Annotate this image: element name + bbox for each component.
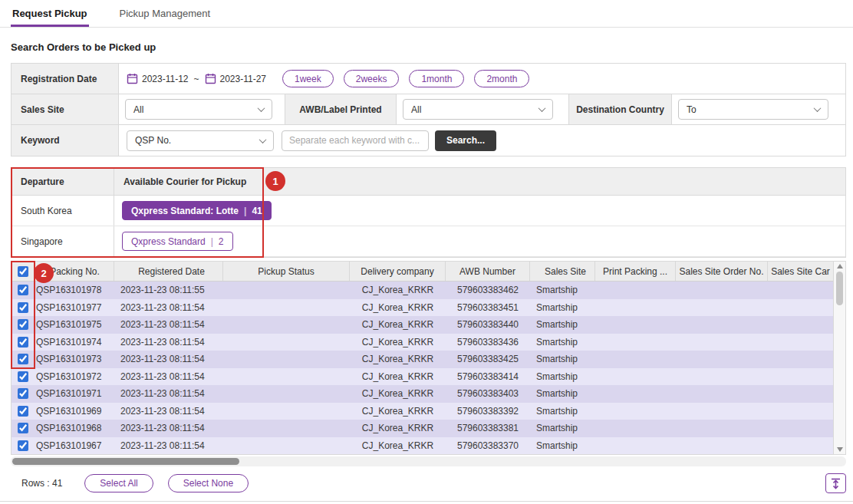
- select-all-button[interactable]: Select All: [84, 474, 153, 492]
- row-checkbox-cell: [12, 354, 35, 364]
- date-from-field[interactable]: 2023-11-12: [127, 73, 189, 84]
- courier-button-qxpress-standard-lotte[interactable]: Qxpress Standard: Lotte | 41: [122, 201, 272, 220]
- quick-range-2weeks-button[interactable]: 2weeks: [344, 70, 400, 87]
- cell-sales-site: Smartship: [530, 423, 595, 433]
- row-checkbox[interactable]: [18, 371, 28, 382]
- available-courier-header: Available Courier for Pickup: [114, 168, 246, 195]
- select-all-header-cell: [12, 262, 35, 281]
- cell-awb-number: 579603383370: [446, 440, 530, 451]
- tab-pickup-management[interactable]: Pickup Management: [118, 1, 212, 27]
- cell-packing-no: QSP163101972: [35, 371, 114, 382]
- table-row[interactable]: QSP163101973 2023-11-23 08:11:54 CJ_Kore…: [12, 351, 833, 368]
- courier-button-qxpress-standard[interactable]: Qxpress Standard | 2: [122, 232, 233, 251]
- vertical-scroll-track[interactable]: [834, 268, 845, 447]
- date-to-field[interactable]: 2023-11-27: [205, 73, 267, 84]
- column-header-pickup-status[interactable]: Pickup Status: [223, 262, 350, 281]
- filter-row-keyword: Keyword QSP No. Search...: [12, 125, 845, 156]
- table-row[interactable]: QSP163101975 2023-11-23 08:11:54 CJ_Kore…: [12, 316, 833, 334]
- cell-packing-no: QSP163101969: [35, 406, 114, 417]
- annotation-circle-2: 2: [34, 263, 54, 283]
- table-row[interactable]: QSP163101967 2023-11-23 08:11:54 CJ_Kore…: [12, 437, 833, 455]
- cell-sales-site: Smartship: [530, 337, 595, 348]
- calendar-icon[interactable]: [127, 73, 138, 84]
- row-checkbox[interactable]: [18, 354, 28, 364]
- row-checkbox-cell: [12, 285, 35, 295]
- cell-sales-site: Smartship: [530, 406, 595, 417]
- quick-range-1week-button[interactable]: 1week: [282, 70, 334, 87]
- horizontal-scrollbar[interactable]: [11, 456, 846, 466]
- column-header-registered-date[interactable]: Registered Date: [114, 262, 223, 281]
- keyword-type-select[interactable]: QSP No.: [127, 130, 274, 151]
- calendar-icon[interactable]: [205, 73, 216, 84]
- cell-packing-no: QSP163101974: [35, 337, 114, 348]
- column-header-sales-site-order-no[interactable]: Sales Site Order No.: [676, 262, 768, 281]
- keyword-type-value: QSP No.: [135, 135, 171, 146]
- cell-sales-site: Smartship: [530, 388, 595, 399]
- table-row[interactable]: QSP163101974 2023-11-23 08:11:54 CJ_Kore…: [12, 334, 833, 351]
- departure-header-row: Departure Available Courier for Pickup: [12, 168, 845, 196]
- table-row[interactable]: QSP163101971 2023-11-23 08:11:54 CJ_Kore…: [12, 385, 833, 403]
- row-checkbox[interactable]: [18, 337, 28, 348]
- select-none-button[interactable]: Select None: [168, 474, 249, 492]
- cell-packing-no: QSP163101968: [35, 423, 114, 433]
- vertical-scrollbar[interactable]: [833, 262, 845, 454]
- row-checkbox[interactable]: [18, 319, 28, 330]
- cell-awb-number: 579603383403: [446, 388, 530, 399]
- row-checkbox[interactable]: [18, 406, 28, 417]
- cell-registered-date: 2023-11-23 08:11:54: [114, 440, 223, 451]
- column-header-delivery-company[interactable]: Delivery company: [350, 262, 446, 281]
- cell-delivery-company: CJ_Korea_KRKR: [350, 337, 446, 348]
- cell-registered-date: 2023-11-23 08:11:54: [114, 371, 223, 382]
- vertical-scroll-thumb[interactable]: [836, 272, 843, 305]
- row-checkbox[interactable]: [18, 302, 28, 313]
- cell-packing-no: QSP163101973: [35, 354, 114, 364]
- column-header-awb-number[interactable]: AWB Number: [446, 262, 530, 281]
- courier-divider: |: [244, 206, 246, 216]
- departure-courier-panel: Departure Available Courier for Pickup S…: [11, 167, 846, 258]
- row-checkbox-cell: [12, 319, 35, 330]
- column-header-sales-site-carrier[interactable]: Sales Site Car: [768, 262, 833, 281]
- chevron-down-icon: [814, 104, 822, 112]
- cell-registered-date: 2023-11-23 08:11:54: [114, 337, 223, 348]
- table-row[interactable]: QSP163101978 2023-11-23 08:11:55 CJ_Kore…: [12, 282, 833, 299]
- row-checkbox-cell: [12, 406, 35, 417]
- select-all-checkbox[interactable]: [18, 266, 28, 277]
- courier-label: Qxpress Standard: [131, 236, 206, 247]
- table-row[interactable]: QSP163101968 2023-11-23 08:11:54 CJ_Kore…: [12, 420, 833, 437]
- quick-range-1month-button[interactable]: 1month: [409, 70, 464, 87]
- table-row[interactable]: QSP163101977 2023-11-23 08:11:54 CJ_Kore…: [12, 299, 833, 317]
- destination-country-select[interactable]: To: [678, 99, 828, 120]
- column-header-sales-site[interactable]: Sales Site: [530, 262, 595, 281]
- departure-country: South Korea: [12, 196, 114, 226]
- resize-table-button[interactable]: [825, 473, 846, 493]
- column-header-print-packing[interactable]: Print Packing ...: [595, 262, 676, 281]
- table-row[interactable]: QSP163101969 2023-11-23 08:11:54 CJ_Kore…: [12, 403, 833, 420]
- date-from-value: 2023-11-12: [142, 74, 189, 84]
- row-checkbox[interactable]: [18, 285, 28, 295]
- cell-packing-no: QSP163101975: [35, 319, 114, 330]
- filter-row-sales-site: Sales Site All AWB/Label Printed All Des…: [12, 94, 845, 125]
- cell-delivery-company: CJ_Korea_KRKR: [350, 371, 446, 382]
- table-row[interactable]: QSP163101972 2023-11-23 08:11:54 CJ_Kore…: [12, 368, 833, 386]
- keyword-input[interactable]: [282, 130, 429, 151]
- cell-sales-site: Smartship: [530, 371, 595, 382]
- tab-request-pickup[interactable]: Request Pickup: [11, 1, 89, 27]
- cell-awb-number: 579603383425: [446, 354, 530, 364]
- sales-site-select[interactable]: All: [125, 99, 272, 120]
- row-checkbox[interactable]: [18, 423, 28, 433]
- cell-packing-no: QSP163101967: [35, 440, 114, 451]
- row-checkbox[interactable]: [18, 440, 28, 451]
- table-body: QSP163101978 2023-11-23 08:11:55 CJ_Kore…: [12, 282, 833, 454]
- awb-label-printed-select[interactable]: All: [403, 99, 553, 120]
- cell-sales-site: Smartship: [530, 440, 595, 451]
- cell-awb-number: 579603383414: [446, 371, 530, 382]
- chevron-down-icon: [258, 104, 265, 112]
- cell-sales-site: Smartship: [530, 319, 595, 330]
- horizontal-scroll-thumb[interactable]: [12, 458, 239, 465]
- row-checkbox[interactable]: [18, 388, 28, 399]
- courier-label: Qxpress Standard: Lotte: [131, 206, 239, 216]
- quick-range-2month-button[interactable]: 2month: [474, 70, 529, 87]
- tab-bar: Request Pickup Pickup Management: [0, 0, 853, 28]
- search-button[interactable]: Search...: [435, 130, 496, 151]
- scroll-down-icon[interactable]: [837, 447, 843, 452]
